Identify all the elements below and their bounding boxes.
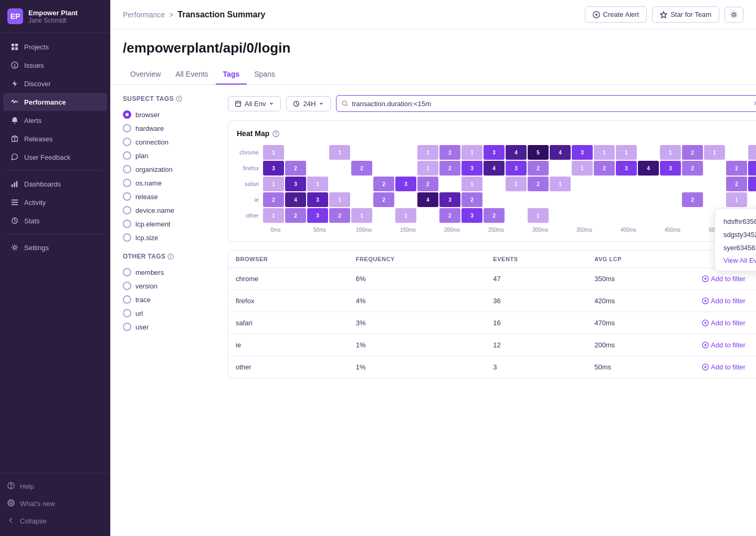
heatmap-cell[interactable] [660, 208, 681, 223]
sidebar-item-stats[interactable]: Stats [3, 212, 107, 230]
sidebar-item-discover[interactable]: Discover [3, 75, 107, 92]
heatmap-cell[interactable]: 2 [263, 192, 284, 207]
suspect-tag-lcp.element[interactable]: lcp.element [123, 217, 217, 231]
sidebar-item-settings[interactable]: Settings [3, 239, 107, 256]
heatmap-cell[interactable] [307, 145, 328, 160]
heatmap-cell[interactable]: 2 [484, 208, 505, 223]
heatmap-cell[interactable]: 4 [638, 161, 659, 176]
settings-button[interactable] [724, 7, 743, 23]
heatmap-cell[interactable]: 2 [373, 177, 394, 191]
sidebar-item-projects[interactable]: Projects [3, 38, 107, 56]
tab-tags[interactable]: Tags [216, 65, 247, 85]
heatmap-cell[interactable]: 3 [748, 177, 756, 191]
heatmap-cell[interactable]: 1 [461, 177, 482, 191]
heatmap-cell[interactable]: 3 [307, 192, 328, 207]
heatmap-cell[interactable] [594, 192, 615, 207]
heatmap-cell[interactable]: 3 [263, 161, 284, 176]
heatmap-cell[interactable] [439, 177, 460, 191]
heatmap-cell[interactable]: 4 [550, 145, 571, 160]
heatmap-cell[interactable] [351, 145, 372, 160]
tab-overview[interactable]: Overview [123, 65, 168, 85]
time-filter[interactable]: 24H [286, 96, 331, 111]
heatmap-cell[interactable]: 1 [329, 145, 350, 160]
heatmap-cell[interactable]: 3 [395, 177, 416, 191]
view-all-events-link[interactable]: View All Events [723, 254, 756, 264]
heatmap-cell[interactable]: 1 [572, 161, 593, 176]
heatmap-cell[interactable]: 2 [285, 208, 306, 223]
heatmap-cell[interactable]: 2 [682, 192, 703, 207]
heatmap-cell[interactable] [395, 161, 416, 176]
heatmap-cell[interactable]: 1 [726, 192, 747, 207]
other-tag-trace[interactable]: trace [123, 293, 217, 306]
heatmap-cell[interactable]: 3 [660, 161, 681, 176]
suspect-tag-lcp.size[interactable]: lcp.size [123, 231, 217, 244]
heatmap-cell[interactable] [329, 161, 350, 176]
heatmap-cell[interactable]: 3 [439, 192, 460, 207]
heatmap-cell[interactable] [506, 192, 527, 207]
tooltip-row[interactable]: hdsfhr635635dff 470ms [723, 215, 756, 228]
heatmap-cell[interactable]: 2 [726, 161, 747, 176]
heatmap-cell[interactable] [594, 208, 615, 223]
heatmap-cell[interactable]: 1 [594, 145, 615, 160]
sidebar-item-user-feedback[interactable]: User Feedback [3, 148, 107, 166]
heatmap-cell[interactable] [638, 192, 659, 207]
heatmap-cell[interactable]: 2 [726, 177, 747, 191]
heatmap-cell[interactable] [550, 192, 571, 207]
heatmap-cell[interactable]: 1 [351, 208, 372, 223]
heatmap-cell[interactable]: 3 [461, 208, 482, 223]
heatmap-cell[interactable] [616, 192, 637, 207]
heatmap-cell[interactable]: 1 [263, 145, 284, 160]
heatmap-cell[interactable]: 3 [748, 161, 756, 176]
heatmap-cell[interactable] [550, 208, 571, 223]
sidebar-footer-whats-new[interactable]: What's new [0, 495, 110, 512]
heatmap-cell[interactable] [395, 145, 416, 160]
suspect-tag-browser[interactable]: browser [123, 108, 217, 121]
heatmap-cell[interactable] [572, 208, 593, 223]
heatmap-cell[interactable]: 1 [307, 177, 328, 191]
heatmap-cell[interactable] [285, 145, 306, 160]
suspect-tag-os.name[interactable]: os.name [123, 176, 217, 190]
add-filter-link[interactable]: Add to filter [702, 341, 756, 349]
add-filter-link[interactable]: Add to filter [702, 275, 756, 283]
heatmap-cell[interactable] [704, 177, 725, 191]
sidebar-item-alerts[interactable]: Alerts [3, 111, 107, 129]
heatmap-cell[interactable]: 3 [616, 161, 637, 176]
heatmap-cell[interactable]: 1 [329, 192, 350, 207]
heatmap-cell[interactable]: 1 [263, 208, 284, 223]
heatmap-cell[interactable]: 2 [461, 192, 482, 207]
heatmap-cell[interactable] [704, 192, 725, 207]
heatmap-cell[interactable]: 4 [417, 192, 438, 207]
heatmap-cell[interactable]: 1 [417, 161, 438, 176]
suspect-tag-hardware[interactable]: hardware [123, 121, 217, 135]
heatmap-cell[interactable]: 1 [263, 177, 284, 191]
heatmap-cell[interactable] [726, 145, 747, 160]
heatmap-cell[interactable]: 2 [329, 208, 350, 223]
suspect-tag-organization[interactable]: organization [123, 162, 217, 176]
heatmap-cell[interactable]: 2 [594, 161, 615, 176]
heatmap-cell[interactable] [682, 208, 703, 223]
sidebar-footer-collapse[interactable]: Collapse [0, 512, 110, 530]
search-input[interactable] [352, 100, 753, 108]
heatmap-cell[interactable] [704, 161, 725, 176]
heatmap-cell[interactable]: 1 [395, 208, 416, 223]
sidebar-item-releases[interactable]: Releases [3, 130, 107, 148]
heatmap-cell[interactable] [373, 161, 394, 176]
heatmap-cell[interactable]: 2 [528, 161, 549, 176]
heatmap-cell[interactable] [550, 161, 571, 176]
heatmap-cell[interactable] [528, 192, 549, 207]
heatmap-cell[interactable]: 2 [439, 145, 460, 160]
heatmap-cell[interactable] [395, 192, 416, 207]
heatmap-cell[interactable]: 2 [682, 161, 703, 176]
add-filter-link[interactable]: Add to filter [702, 297, 756, 305]
heatmap-cell[interactable]: 2 [417, 177, 438, 191]
heatmap-cell[interactable] [373, 145, 394, 160]
heatmap-cell[interactable] [594, 177, 615, 191]
other-tag-url[interactable]: url [123, 306, 217, 320]
heatmap-cell[interactable] [616, 208, 637, 223]
heatmap-cell[interactable] [638, 177, 659, 191]
other-tag-user[interactable]: user [123, 320, 217, 334]
heatmap-cell[interactable] [329, 177, 350, 191]
heatmap-cell[interactable]: 2 [439, 161, 460, 176]
sidebar-item-activity[interactable]: Activity [3, 193, 107, 211]
heatmap-cell[interactable]: 1 [660, 145, 681, 160]
